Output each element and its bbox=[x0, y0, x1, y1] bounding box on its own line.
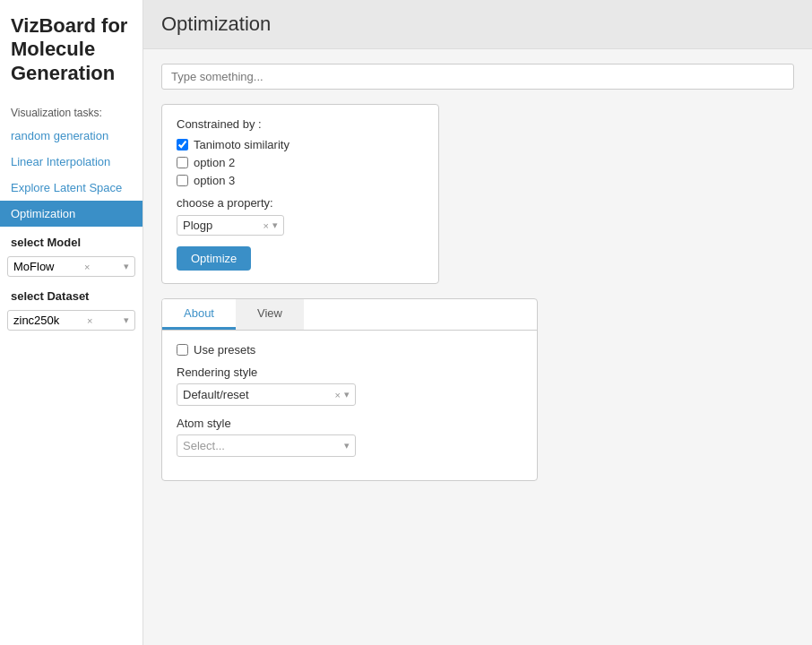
model-arrow-icon[interactable]: ▾ bbox=[124, 261, 129, 272]
constraints-panel: Constrained by : Tanimoto similarity opt… bbox=[161, 104, 439, 284]
checkbox-row-option2: option 2 bbox=[177, 156, 424, 169]
sidebar-item-random-generation[interactable]: random generation bbox=[0, 123, 143, 149]
dataset-select[interactable]: zinc250k × ▾ bbox=[7, 310, 135, 331]
tab-view[interactable]: View bbox=[236, 299, 304, 330]
tab-about[interactable]: About bbox=[162, 299, 236, 330]
rendering-style-value: Default/reset bbox=[183, 388, 335, 401]
dataset-arrow-icon[interactable]: ▾ bbox=[124, 314, 129, 326]
property-clear-icon[interactable]: × bbox=[263, 220, 269, 231]
sidebar-item-linear-interpolation[interactable]: Linear Interpolation bbox=[0, 149, 143, 175]
use-presets-label: Use presets bbox=[194, 343, 255, 357]
constrained-by-label: Constrained by : bbox=[177, 117, 424, 131]
tanimoto-checkbox[interactable] bbox=[177, 139, 188, 150]
dataset-clear-icon[interactable]: × bbox=[87, 315, 92, 326]
rendering-clear-icon[interactable]: × bbox=[335, 390, 341, 400]
sidebar-item-optimization[interactable]: Optimization bbox=[0, 201, 143, 227]
sidebar-item-label: Optimization bbox=[11, 207, 75, 220]
model-label: select Model bbox=[0, 227, 143, 253]
model-value: MoFlow bbox=[13, 260, 55, 273]
option3-checkbox[interactable] bbox=[177, 175, 188, 186]
tanimoto-label: Tanimoto similarity bbox=[194, 138, 289, 151]
option2-label: option 2 bbox=[194, 156, 235, 169]
sidebar-item-explore-latent-space[interactable]: Explore Latent Space bbox=[0, 175, 143, 201]
dataset-label: select Dataset bbox=[0, 280, 143, 306]
property-select[interactable]: Plogp × ▾ bbox=[177, 215, 284, 236]
checkbox-row-tanimoto: Tanimoto similarity bbox=[177, 138, 424, 151]
sidebar: VizBoard for Molecule Generation Visuali… bbox=[0, 0, 143, 645]
sidebar-item-label: Explore Latent Space bbox=[11, 181, 122, 194]
optimize-button[interactable]: Optimize bbox=[177, 246, 251, 271]
model-select[interactable]: MoFlow × ▾ bbox=[7, 256, 135, 277]
sidebar-item-label: random generation bbox=[11, 129, 108, 142]
sidebar-item-label: Linear Interpolation bbox=[11, 155, 110, 168]
rendering-arrow-icon: ▾ bbox=[344, 389, 350, 400]
use-presets-checkbox[interactable] bbox=[177, 344, 188, 356]
option2-checkbox[interactable] bbox=[177, 157, 188, 168]
use-presets-row: Use presets bbox=[177, 343, 523, 357]
atom-style-select[interactable]: Select... ▾ bbox=[177, 434, 356, 457]
atom-style-arrow-icon: ▾ bbox=[344, 440, 350, 452]
checkbox-row-option3: option 3 bbox=[177, 174, 424, 187]
property-arrow-icon: ▾ bbox=[272, 219, 278, 231]
dataset-value: zinc250k bbox=[13, 314, 59, 327]
rendering-style-select[interactable]: Default/reset × ▾ bbox=[177, 383, 356, 406]
atom-style-label: Atom style bbox=[177, 417, 523, 430]
sidebar-section-label: Visualization tasks: bbox=[0, 99, 143, 123]
rendering-style-label: Rendering style bbox=[177, 366, 523, 379]
content-area: Constrained by : Tanimoto similarity opt… bbox=[143, 49, 812, 495]
page-title: Optimization bbox=[143, 0, 812, 49]
tabs-header: About View bbox=[162, 299, 537, 331]
property-value: Plogp bbox=[183, 219, 263, 232]
atom-style-placeholder: Select... bbox=[183, 439, 344, 452]
search-input[interactable] bbox=[161, 64, 794, 90]
app-title: VizBoard for Molecule Generation bbox=[0, 0, 143, 99]
model-clear-icon[interactable]: × bbox=[84, 262, 90, 272]
tabs-panel: About View Use presets Rendering style D… bbox=[161, 298, 538, 481]
main-content: Optimization Constrained by : Tanimoto s… bbox=[143, 0, 812, 645]
tabs-body: Use presets Rendering style Default/rese… bbox=[162, 331, 537, 480]
choose-property-label: choose a property: bbox=[177, 196, 424, 210]
option3-label: option 3 bbox=[194, 174, 235, 187]
